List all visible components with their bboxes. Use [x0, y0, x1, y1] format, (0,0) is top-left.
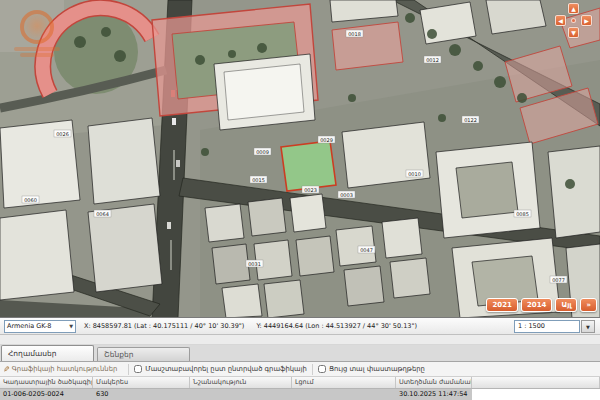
checkbox-input[interactable]	[134, 365, 142, 373]
show-documents-checkbox[interactable]: Ցույց տալ փաստաթղթերը	[318, 365, 425, 373]
parcel-label: 0085	[516, 211, 529, 217]
panel-divider-strip	[0, 335, 600, 345]
coordinate-x: X: 8458597.81 (Lat : 40.175111 / 40° 10'…	[84, 322, 244, 330]
header-created-time[interactable]: Ստեղծման ժամանակ	[396, 377, 472, 388]
parcel-label: 0064	[96, 211, 109, 217]
header-designation[interactable]: Նշանակություն	[190, 377, 292, 388]
scale-input[interactable]: 1 : 1500	[514, 320, 580, 333]
pan-up-button[interactable]: ▲	[568, 3, 579, 14]
map-pan-control: ▲ ▼ ◀ ▶	[554, 3, 594, 39]
parcel-label: 0010	[408, 171, 421, 177]
header-area[interactable]: Մակերես	[93, 377, 190, 388]
pan-down-button[interactable]: ▼	[568, 27, 579, 38]
pan-right-button[interactable]: ▶	[581, 15, 592, 26]
projection-select[interactable]: Armenia GK-8 ▼	[4, 320, 76, 333]
header-fill[interactable]: Լցում	[292, 377, 396, 388]
year-2014-button[interactable]: 2014	[521, 298, 552, 312]
header-cadastral-code[interactable]: Կադաստրային ծածկագիր	[0, 377, 93, 388]
cell-designation	[190, 389, 292, 400]
cursor-coordinates: X: 8458597.81 (Lat : 40.175111 / 40° 10'…	[84, 322, 427, 330]
graphic-properties-link[interactable]: Գրաֆիկայի հատկություններ	[12, 365, 118, 373]
scale-dropdown-button[interactable]: ▼	[581, 320, 595, 333]
tab-parcels[interactable]: Հողամասեր	[1, 345, 94, 361]
toolbar-separator	[312, 364, 313, 375]
cadastre-map-app: 0009 0029 0015 0023 0003 0060 0064 0026 …	[0, 0, 600, 400]
orthophoto-year-buttons: 2021 2014 Այլ »	[486, 298, 597, 312]
parcel-label: 0003	[340, 192, 353, 198]
pan-left-button[interactable]: ◀	[555, 15, 566, 26]
parcel-label: 0012	[426, 57, 439, 63]
cell-created-time: 30.10.2025 11:47:54	[396, 389, 472, 400]
table-header-row: Կադաստրային ծածկագիր Մակերես Նշանակությո…	[0, 377, 600, 389]
map-canvas: 0009 0029 0015 0023 0003 0060 0064 0026 …	[0, 0, 600, 318]
pan-center-dot	[571, 18, 576, 23]
parcel-label: 0060	[24, 197, 37, 203]
parcel-label: 0009	[256, 149, 269, 155]
selected-parcel[interactable]	[281, 141, 336, 191]
checkbox-label: Մասշտաբավորել ըստ ընտրված գրաֆիկայի	[145, 365, 307, 373]
cell-area: 630	[93, 389, 190, 400]
parcel-label: 0047	[360, 247, 373, 253]
parcel-label: 0031	[248, 261, 261, 267]
projection-value: Armenia GK-8	[7, 322, 51, 330]
scale-value: 1 : 1500	[518, 322, 545, 330]
year-other-button[interactable]: Այլ	[555, 298, 577, 312]
cell-cadastral-code: 01-006-0205-0024	[0, 389, 93, 400]
cell-fill	[292, 389, 396, 400]
table-row[interactable]: 01-006-0205-0024 630 30.10.2025 11:47:54	[0, 389, 600, 400]
parcel-label: 0026	[56, 131, 69, 137]
zoom-to-selected-checkbox[interactable]: Մասշտաբավորել ըստ ընտրված գրաֆիկայի	[134, 365, 307, 373]
coordinate-bar: Armenia GK-8 ▼ X: 8458597.81 (Lat : 40.1…	[0, 318, 600, 335]
year-2021-button[interactable]: 2021	[486, 298, 517, 312]
parcel-label: 0015	[252, 177, 265, 183]
pencil-icon: ✎	[3, 365, 10, 374]
toolbar-separator	[128, 364, 129, 375]
cell-empty	[472, 389, 600, 400]
satellite-map-viewport[interactable]: 0009 0029 0015 0023 0003 0060 0064 0026 …	[0, 0, 600, 318]
checkbox-label: Ցույց տալ փաստաթղթերը	[329, 365, 425, 373]
header-empty	[472, 377, 600, 388]
results-toolbar: ✎ Գրաֆիկայի հատկություններ Մասշտաբավորել…	[0, 362, 600, 377]
parcel-label: 0023	[304, 187, 317, 193]
year-more-button[interactable]: »	[580, 298, 597, 312]
tab-buildings[interactable]: Շենքեր	[97, 347, 190, 361]
parcel-label: 0018	[348, 31, 361, 37]
chevron-down-icon: ▼	[69, 323, 73, 329]
results-tabstrip: Հողամասեր Շենքեր	[0, 345, 600, 362]
parcel-label: 0122	[464, 117, 477, 123]
coordinate-y: Y: 4449164.64 (Lon : 44.513927 / 44° 30'…	[256, 322, 417, 330]
checkbox-input[interactable]	[318, 365, 326, 373]
parcel-label: 0077	[552, 277, 565, 283]
parcel-label: 0029	[320, 137, 333, 143]
